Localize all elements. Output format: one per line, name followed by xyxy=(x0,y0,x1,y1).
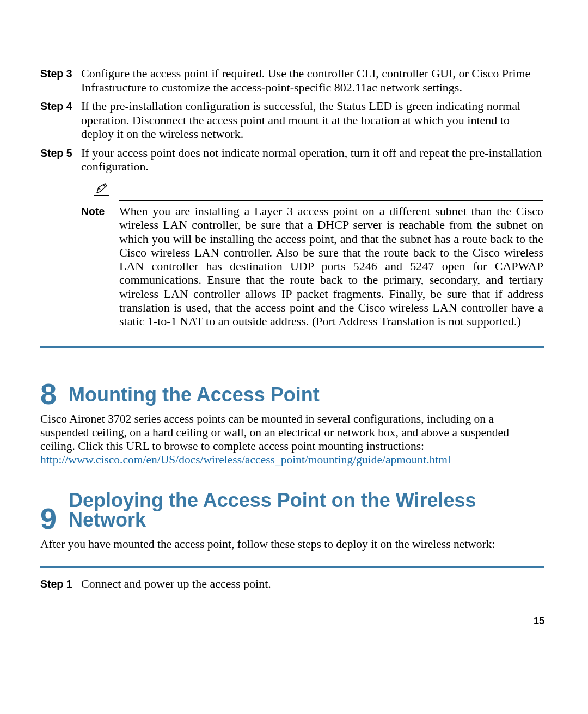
section-body-9: After you have mounted the access point,… xyxy=(40,538,544,551)
step-label: Step 5 xyxy=(40,146,81,159)
pencil-note-icon xyxy=(94,182,109,196)
note-block: Note When you are installing a Layer 3 a… xyxy=(81,182,544,333)
svg-line-1 xyxy=(99,187,100,190)
step-text: Connect and power up the access point. xyxy=(81,577,544,591)
section-heading-9: 9 Deploying the Access Point on the Wire… xyxy=(40,491,544,532)
svg-marker-0 xyxy=(97,184,107,193)
step-text: Configure the access point if required. … xyxy=(81,66,544,94)
steps-list-bottom: Step 1 Connect and power up the access p… xyxy=(40,577,544,591)
section-title: Mounting the Access Point xyxy=(69,385,320,407)
svg-line-2 xyxy=(103,185,105,187)
note-icon-row xyxy=(94,182,544,198)
section-number: 8 xyxy=(40,381,57,407)
page-number: 15 xyxy=(534,615,544,627)
step-text: If your access point does not indicate n… xyxy=(81,146,544,174)
step-label: Step 3 xyxy=(40,66,81,80)
step-label: Step 1 xyxy=(40,577,81,590)
note-label: Note xyxy=(81,204,119,217)
step-row: Step 5 If your access point does not ind… xyxy=(40,146,544,174)
step-row: Step 1 Connect and power up the access p… xyxy=(40,577,544,591)
step-label: Step 4 xyxy=(40,99,81,112)
section-divider xyxy=(40,566,544,568)
page: Step 3 Configure the access point if req… xyxy=(0,0,588,714)
step-row: Step 4 If the pre-installation configura… xyxy=(40,99,544,141)
section-divider xyxy=(40,346,544,348)
step-text: If the pre-installation configuration is… xyxy=(81,99,544,141)
section-body-8: Cisco Aironet 3702 series access points … xyxy=(40,412,544,467)
note-body: Note When you are installing a Layer 3 a… xyxy=(119,200,543,333)
section-heading-8: 8 Mounting the Access Point xyxy=(40,381,544,407)
steps-list-top: Step 3 Configure the access point if req… xyxy=(40,66,544,174)
note-text: When you are installing a Layer 3 access… xyxy=(119,204,543,328)
mounting-guide-link[interactable]: http://www.cisco.com/en/US/docs/wireless… xyxy=(40,453,451,466)
step-row: Step 3 Configure the access point if req… xyxy=(40,66,544,94)
section-number: 9 xyxy=(40,505,57,532)
section-body-text: Cisco Aironet 3702 series access points … xyxy=(40,412,509,453)
section-title: Deploying the Access Point on the Wirele… xyxy=(69,491,544,532)
